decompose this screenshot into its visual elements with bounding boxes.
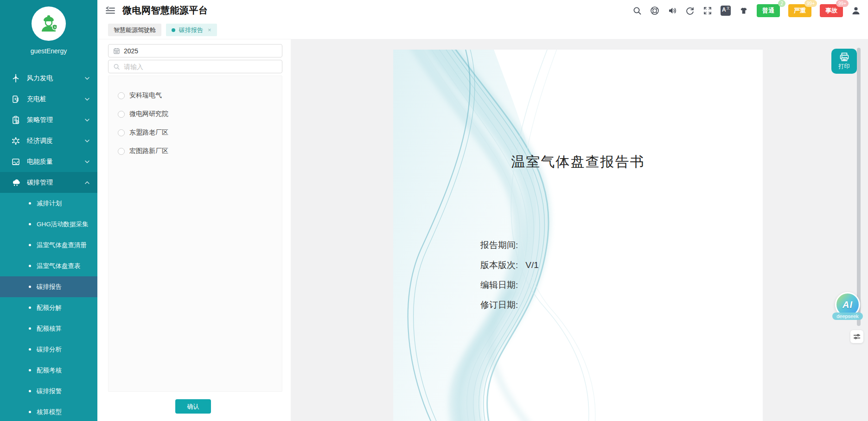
ai-brand-label: deepseek: [832, 313, 863, 320]
radio-icon[interactable]: [118, 92, 125, 99]
tab-label: 智慧能源驾驶舱: [114, 26, 156, 34]
submenu-label: 温室气体盘查清册: [37, 241, 87, 249]
alarm-badge-normal[interactable]: 普通 2: [757, 4, 780, 17]
theme-shirt-icon[interactable]: [739, 6, 748, 15]
radio-icon[interactable]: [118, 148, 125, 155]
username: guestEnergy: [31, 47, 67, 55]
chevron-down-icon: [84, 76, 90, 81]
site-option-label: 微电网研究院: [129, 110, 168, 118]
bullet-icon: [29, 244, 31, 246]
chevron-down-icon: [84, 159, 90, 165]
submenu-label: 碳排报告: [37, 283, 62, 291]
sidebar-item-charging-pile[interactable]: 充电桩: [0, 89, 97, 109]
sound-icon[interactable]: [668, 6, 677, 15]
user-profile: guestEnergy: [0, 0, 97, 55]
tab-bar: 智慧能源驾驶舱 碳排报告 ×: [97, 21, 868, 39]
submenu-label: 减排计划: [37, 199, 62, 208]
submenu-item-quota-assessment[interactable]: 配额考核: [0, 360, 97, 381]
confirm-button[interactable]: 确认: [175, 399, 211, 414]
submenu-item-quota-decomposition[interactable]: 配额分解: [0, 297, 97, 318]
clipboard-icon: [11, 115, 20, 125]
submenu-item-carbon-report[interactable]: 碳排报告: [0, 276, 97, 297]
radio-icon[interactable]: [118, 111, 125, 118]
wind-turbine-icon: [11, 74, 20, 83]
site-option-microgrid-institute[interactable]: 微电网研究院: [108, 105, 282, 123]
submenu-item-carbon-alarm[interactable]: 碳排报警: [0, 381, 97, 402]
year-input[interactable]: [124, 47, 277, 55]
carbon-management-icon: [11, 178, 20, 187]
sidebar-item-carbon-management[interactable]: 碳排管理: [0, 172, 97, 193]
translate-sub-glyph: 文: [727, 6, 730, 10]
fullscreen-icon[interactable]: [703, 6, 712, 15]
report-field-edit-date: 编辑日期:: [480, 275, 539, 295]
site-option-label: 宏图路新厂区: [129, 147, 168, 155]
site-option-label: 东盟路老厂区: [129, 128, 168, 137]
translate-icon[interactable]: A 文: [721, 6, 731, 16]
bullet-icon: [29, 202, 31, 204]
worker-avatar-icon: [38, 13, 59, 34]
tab-carbon-report[interactable]: 碳排报告 ×: [166, 24, 217, 36]
sidebar-item-strategy[interactable]: 策略管理: [0, 109, 97, 130]
dispatch-network-icon: [11, 136, 20, 146]
field-label: 报告期间:: [480, 239, 518, 251]
sidebar-item-label: 策略管理: [27, 116, 53, 124]
alarm-badge-count: 99+: [804, 0, 817, 7]
sidebar-item-label: 风力发电: [27, 74, 53, 83]
site-option-hongtu-new-plant[interactable]: 宏图路新厂区: [108, 142, 282, 160]
submenu-item-ghg-inventory-table[interactable]: 温室气体盘查表: [0, 255, 97, 276]
site-option-dongmeng-old-plant[interactable]: 东盟路老厂区: [108, 123, 282, 142]
bullet-icon: [29, 327, 31, 330]
sidebar-item-wind-power[interactable]: 风力发电: [0, 68, 97, 89]
alarm-badge-count: 99+: [836, 0, 849, 7]
vertical-scrollbar[interactable]: [857, 48, 861, 326]
top-header: 微电网智慧能源平台 A 文 普通 2 严重 99+ 事故 99+: [97, 0, 868, 21]
printer-icon: [839, 52, 849, 62]
alarm-badge-label: 普通: [762, 7, 774, 14]
field-label: 修订日期:: [480, 299, 518, 311]
submenu-item-ghg-data-collection[interactable]: GHG活动数据采集: [0, 214, 97, 235]
chevron-up-icon: [84, 180, 90, 185]
submenu-label: 配额考核: [37, 366, 62, 375]
submenu-item-reduction-plan[interactable]: 减排计划: [0, 193, 97, 214]
print-button[interactable]: 打印: [831, 49, 857, 74]
tab-label: 碳排报告: [179, 26, 203, 34]
search-box[interactable]: [108, 60, 282, 73]
submenu-label: 配额核算: [37, 325, 62, 333]
sidebar-item-label: 充电桩: [27, 95, 46, 103]
chevron-down-icon: [84, 117, 90, 123]
alarm-badge-accident[interactable]: 事故 99+: [820, 4, 843, 17]
power-quality-chart-icon: [11, 157, 20, 166]
bullet-icon: [29, 223, 31, 225]
field-label: 编辑日期:: [480, 279, 518, 291]
submenu-item-carbon-analysis[interactable]: 碳排分析: [0, 339, 97, 360]
tab-smart-energy-cockpit[interactable]: 智慧能源驾驶舱: [108, 24, 161, 36]
close-icon[interactable]: ×: [208, 26, 211, 33]
search-icon[interactable]: [632, 6, 642, 15]
refresh-icon[interactable]: [685, 6, 695, 15]
sidebar-item-label: 电能质量: [27, 158, 53, 166]
report-page: 温室气体盘查报告书 报告期间: 版本版次: V/1 编辑日期: 修订日期:: [393, 50, 763, 421]
year-picker[interactable]: [108, 44, 282, 57]
submenu-item-accounting-model[interactable]: 核算模型: [0, 402, 97, 421]
charging-pile-icon: [11, 95, 20, 104]
menu-fold-icon[interactable]: [106, 6, 115, 15]
sidebar: guestEnergy 风力发电 充电桩: [0, 0, 97, 421]
radio-icon[interactable]: [118, 129, 125, 136]
ai-assistant-widget[interactable]: AI deepseek: [834, 292, 861, 320]
submenu-item-quota-accounting[interactable]: 配额核算: [0, 318, 97, 339]
sidebar-item-power-quality[interactable]: 电能质量: [0, 151, 97, 172]
avatar[interactable]: [32, 6, 66, 41]
site-option-ankerui[interactable]: 安科瑞电气: [108, 86, 282, 105]
header-actions: A 文 普通 2 严重 99+ 事故 99+: [632, 4, 868, 17]
display-settings-button[interactable]: [850, 330, 863, 343]
user-icon[interactable]: [851, 6, 861, 15]
search-input[interactable]: [124, 63, 277, 70]
help-center-icon[interactable]: [650, 6, 659, 15]
submenu-label: 温室气体盘查表: [37, 262, 81, 270]
alarm-badge-severe[interactable]: 严重 99+: [788, 4, 811, 17]
filter-panel: 安科瑞电气 微电网研究院 东盟路老厂区 宏图路新厂区 确认: [97, 39, 291, 421]
sidebar-item-economic-dispatch[interactable]: 经济调度: [0, 130, 97, 151]
field-label: 版本版次:: [480, 259, 518, 271]
report-field-revision-date: 修订日期:: [480, 295, 539, 315]
submenu-item-ghg-inventory-register[interactable]: 温室气体盘查清册: [0, 235, 97, 255]
